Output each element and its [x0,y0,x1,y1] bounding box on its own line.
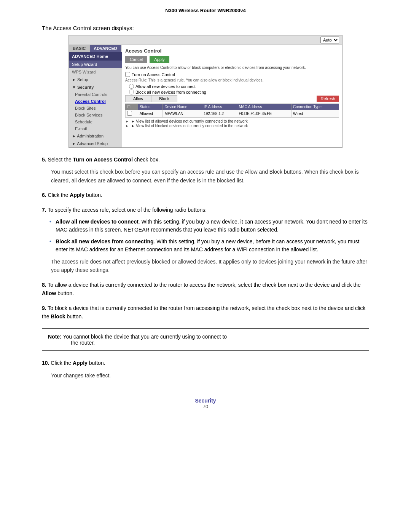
step-10-number: 10. [42,360,49,366]
step-7: 7. To specify the access rule, select on… [42,206,369,275]
cell-device-name: MPAWLAN [163,110,202,118]
row-checkbox[interactable] [127,111,132,116]
auto-dropdown[interactable]: Auto [320,37,339,43]
step-8: 8. To allow a device that is currently c… [42,281,369,298]
router-body: BASIC ADVANCED ADVANCED Home Setup Wizar… [69,45,342,147]
allow-block-bar: Allow Block Refresh [125,95,339,102]
step-5-header: 5. Select the Turn on Access Control che… [42,155,369,164]
step-9-header: 9. To block a device that is currently c… [42,304,369,321]
nav-setup[interactable]: ► Setup [69,76,122,83]
cell-checkbox [126,110,138,118]
bullet-block: Block all new devices from connecting. W… [49,238,369,254]
nav-email[interactable]: E-mail [69,125,122,132]
turn-on-row: Turn on Access Control [125,72,339,77]
step-5-body: You must select this check box before yo… [51,168,369,185]
radio-block[interactable] [129,89,134,94]
device-table: ☐ Status Device Name IP Address MAC Addr… [125,104,339,118]
radio-block-row: Block all new devices from connecting [125,89,339,94]
bullet-allow: Allow all new devices to connect. With t… [49,218,369,234]
step-10: 10. Click the Apply button. Your changes… [42,359,369,380]
refresh-button[interactable]: Refresh [317,96,339,102]
tab-advanced[interactable]: ADVANCED [90,45,121,52]
step-9: 9. To block a device that is currently c… [42,304,369,321]
table-row: Allowed MPAWLAN 192.168.1.2 F0:DE:F1:0F:… [126,110,339,118]
nav-security[interactable]: ▼ Security [69,83,122,91]
step-9-number: 9. [42,305,46,311]
footer: Security 70 [42,395,369,409]
radio-allow-label: Allow all new devices to connect [135,84,196,89]
router-screenshot: Auto BASIC ADVANCED ADVANCED Home Setup … [68,35,342,148]
arrow-icon-2: ► [125,124,129,128]
step-8-bold: Allow [42,290,56,296]
note-label: Note: [48,334,62,340]
col-status: Status [138,104,163,110]
view-blocked-text: ► View list of blocked devices not curre… [131,124,248,128]
nav-block-sites[interactable]: Block Sites [69,105,122,112]
action-btn-bar: Cancel Apply [125,56,339,63]
nav-advanced-setup[interactable]: ► Advanced Setup [69,140,122,147]
nav-schedule[interactable]: Schedule [69,118,122,125]
step-8-header: 8. To allow a device that is currently c… [42,281,369,298]
apply-button[interactable]: Apply [150,56,169,63]
footer-security-label: Security [42,398,369,404]
step-10-text: Click the [51,360,73,366]
step-10-bold: Apply [73,360,88,366]
nav-setup-wizard[interactable]: Setup Wizard [69,61,122,68]
note-box: Note: You cannot block the device that y… [42,328,369,351]
view-links: ► ► View list of allowed devices not cur… [125,119,339,128]
turn-on-label: Turn on Access Control [132,72,175,77]
access-control-title: Access Control [125,48,339,54]
col-mac-address: MAC Address [237,104,292,110]
step-7-after-bullets: The access rule does not affect previous… [51,257,369,275]
router-nav: BASIC ADVANCED ADVANCED Home Setup Wizar… [69,45,122,147]
step-6-header: 6. Click the Apply button. [42,191,369,199]
col-ip-address: IP Address [202,104,237,110]
turn-on-checkbox[interactable] [125,72,130,77]
router-top-bar: Auto [69,35,342,45]
view-allowed-link[interactable]: ► ► View list of allowed devices not cur… [125,119,339,123]
radio-allow-row: Allow all new devices to connect [125,84,339,89]
allow-button[interactable]: Allow [125,95,151,102]
step-6-text: Click the [48,192,70,198]
step-8-text-after: button. [57,290,74,296]
step-9-bold: Block [51,313,65,320]
step-6-bold: Apply [70,192,84,198]
cell-ip: 192.168.1.2 [202,110,237,118]
tab-basic[interactable]: BASIC [69,45,90,52]
closing-text: Your changes take effect. [51,371,369,380]
bullet-allow-bold: Allow all new devices to connect [56,219,139,225]
section-title: The Access Control screen displays: [42,25,369,31]
step-6-number: 6. [42,192,46,198]
step-9-text-after: button. [67,313,83,320]
cancel-button[interactable]: Cancel [125,56,147,63]
view-blocked-link[interactable]: ► ► View list of blocked devices not cur… [125,124,339,128]
page-title: N300 Wireless Router WNR2000v4 [165,8,246,13]
device-table-header: ☐ Status Device Name IP Address MAC Addr… [126,104,339,110]
note-text: You cannot block the device that you are… [63,334,227,340]
radio-allow[interactable] [129,84,134,89]
arrow-icon: ► [125,119,129,123]
step-5: 5. Select the Turn on Access Control che… [42,155,369,185]
nav-parental-controls[interactable]: Parental Controls [69,91,122,98]
step-8-number: 8. [42,282,46,288]
nav-block-services[interactable]: Block Services [69,112,122,118]
step-5-number: 5. [42,157,46,163]
step-5-text-before: Select the [48,157,73,163]
step-7-text: To specify the access rule, select one o… [48,207,207,213]
nav-tabs: BASIC ADVANCED [69,45,122,52]
cell-mac: F0:DE:F1:0F:35:FE [237,110,292,118]
step-5-text-after: check box. [134,157,160,163]
step-8-text: To allow a device that is currently conn… [48,282,361,288]
footer-page-number: 70 [42,404,369,409]
block-button[interactable]: Block [151,95,177,102]
col-checkbox: ☐ [126,104,138,110]
bullet-block-bold: Block all new devices from connecting [56,238,154,244]
router-main-panel: Access Control Cancel Apply You can use … [122,45,342,147]
step-7-bullets: Allow all new devices to connect. With t… [49,218,369,254]
info-text: You can use Access Control to allow or b… [125,65,339,70]
nav-wps-wizard[interactable]: WPS Wizard [69,68,122,76]
nav-access-control[interactable]: Access Control [69,98,122,105]
nav-administration[interactable]: ► Administration [69,132,122,140]
step-7-header: 7. To specify the access rule, select on… [42,206,369,214]
nav-advanced-home[interactable]: ADVANCED Home [69,52,122,61]
